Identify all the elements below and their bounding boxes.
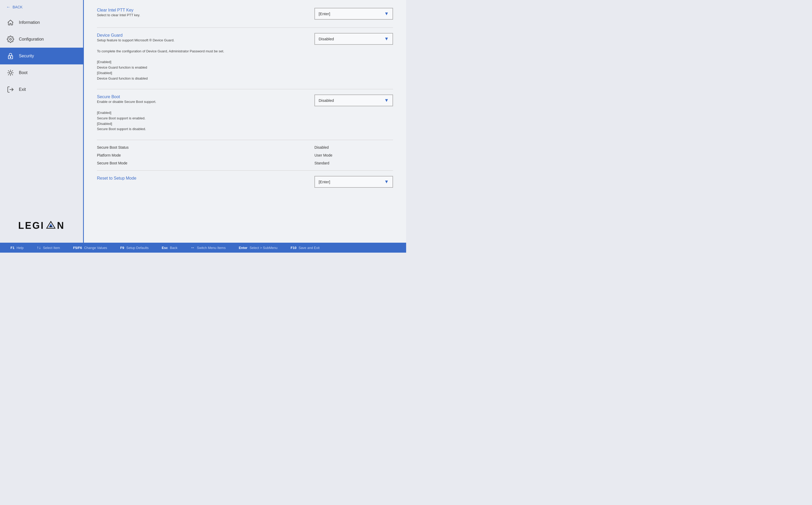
info-label: Platform Mode	[97, 153, 121, 157]
key-f5f6: F5/F6	[73, 246, 82, 250]
key-f9: F9	[120, 246, 124, 250]
sidebar-item-label: Security	[19, 54, 34, 58]
svg-line-11	[12, 70, 13, 71]
brand-logo: LEGI N	[18, 220, 65, 231]
content-area: Clear Intel PTT Key Select to clear Inte…	[84, 0, 406, 243]
dropdown-reset[interactable]: [Enter] ▼	[315, 176, 393, 188]
svg-line-10	[8, 74, 9, 75]
sidebar-item-information[interactable]: Information	[0, 14, 83, 31]
setting-header: Clear Intel PTT Key Select to clear Inte…	[97, 8, 393, 20]
svg-point-2	[10, 57, 11, 58]
key-f10-desc: Save and Exit	[299, 246, 319, 250]
key-f1: F1	[10, 246, 14, 250]
key-group-f5f6: F5/F6 Change Values	[73, 246, 107, 250]
dropdown-clear-intel-ptt[interactable]: [Enter] ▼	[315, 8, 393, 20]
security-icon	[6, 52, 15, 60]
dropdown-device-guard[interactable]: Disabled ▼	[315, 33, 393, 45]
desc-disabled-label: [Disabled]	[97, 71, 112, 75]
logo-text-part1: LEGI	[18, 220, 44, 231]
config-icon	[6, 35, 15, 43]
leftright-arrow-icon: ↔	[191, 245, 195, 250]
desc-disabled-text: Secure Boot support is disabled.	[97, 127, 146, 131]
logo-text-part2: N	[57, 220, 65, 231]
dropdown-value: [Enter]	[319, 11, 330, 16]
setting-device-guard: Device Guard Setup feature to support Mi…	[97, 33, 393, 81]
exit-icon	[6, 86, 15, 94]
dropdown-container-clear-intel-ptt: [Enter] ▼	[315, 8, 393, 20]
desc-main: Setup feature to support Microsoft ® Dev…	[97, 38, 175, 42]
desc-extra-1: To complete the configuration of Device …	[97, 49, 224, 53]
desc-enabled-label: [Enabled]	[97, 111, 111, 115]
desc-disabled-label: [Disabled]	[97, 122, 112, 126]
chevron-down-icon: ▼	[384, 179, 389, 185]
divider-1	[97, 27, 393, 28]
info-value: User Mode	[315, 153, 393, 157]
dropdown-value: Disabled	[319, 37, 334, 41]
setting-title-reset[interactable]: Reset to Setup Mode	[97, 176, 136, 181]
sidebar-item-label: Information	[19, 20, 40, 25]
sidebar: ← BACK Information	[0, 0, 84, 243]
back-arrow-icon: ←	[6, 5, 10, 9]
svg-line-7	[12, 74, 13, 75]
chevron-down-icon: ▼	[384, 98, 389, 103]
setting-header-secure-boot: Secure Boot Enable or disable Secure Boo…	[97, 95, 393, 132]
desc-enabled-text: Device Guard function is enabled	[97, 65, 147, 69]
sidebar-item-configuration[interactable]: Configuration	[0, 31, 83, 48]
back-label: BACK	[13, 5, 22, 9]
info-value: Disabled	[315, 145, 393, 150]
key-f9-desc: Setup Defaults	[126, 246, 148, 250]
key-select-item-desc: Select Item	[43, 246, 60, 250]
info-row-secure-boot-mode: Secure Boot Mode Standard	[97, 161, 393, 165]
setting-desc-text: Select to clear Intel PTT key.	[97, 13, 140, 17]
sidebar-item-boot[interactable]: Boot	[0, 64, 83, 81]
home-icon	[6, 18, 15, 27]
sidebar-item-label: Exit	[19, 87, 26, 92]
setting-reset-setup-mode: Reset to Setup Mode [Enter] ▼	[97, 176, 393, 188]
chevron-down-icon: ▼	[384, 36, 389, 42]
dropdown-container-reset: [Enter] ▼	[315, 176, 393, 188]
back-button[interactable]: ← BACK	[0, 0, 83, 14]
setting-title-secure-boot[interactable]: Secure Boot	[97, 95, 156, 99]
key-f5f6-desc: Change Values	[84, 246, 107, 250]
desc-disabled-text: Device Guard function is disabled	[97, 76, 148, 80]
key-f1-desc: Help	[16, 246, 24, 250]
key-group-esc: Esc Back	[162, 246, 178, 250]
logo-area: LEGI N	[0, 214, 83, 237]
key-group-switch: ↔ Switch Menu Items	[191, 245, 226, 250]
info-row-secure-boot-status: Secure Boot Status Disabled	[97, 145, 393, 150]
key-f10: F10	[291, 246, 296, 250]
setting-desc-secure-boot: Enable or disable Secure Boot support. […	[97, 99, 156, 132]
desc-enabled-label: [Enabled]	[97, 60, 111, 64]
svg-point-3	[9, 71, 11, 74]
dropdown-value: [Enter]	[319, 180, 330, 184]
info-value: Standard	[315, 161, 393, 165]
setting-desc-clear-intel-ptt: Select to clear Intel PTT key.	[97, 13, 140, 18]
svg-line-6	[8, 70, 9, 71]
desc-main: Enable or disable Secure Boot support.	[97, 100, 156, 104]
setting-title-clear-intel-ptt[interactable]: Clear Intel PTT Key	[97, 8, 140, 13]
sidebar-item-label: Boot	[19, 70, 27, 75]
setting-title-device-guard[interactable]: Device Guard	[97, 33, 224, 38]
setting-clear-intel-ptt: Clear Intel PTT Key Select to clear Inte…	[97, 8, 393, 20]
key-group-f9: F9 Setup Defaults	[120, 246, 148, 250]
key-group-enter: Enter Select > SubMenu	[239, 246, 277, 250]
key-group-select-item: ↑↓ Select Item	[37, 245, 60, 250]
dropdown-value: Disabled	[319, 98, 334, 103]
nav-menu: Information Configuration	[0, 14, 83, 214]
setting-secure-boot: Secure Boot Enable or disable Secure Boo…	[97, 95, 393, 132]
sidebar-item-exit[interactable]: Exit	[0, 81, 83, 98]
dropdown-container-device-guard: Disabled ▼	[315, 33, 393, 45]
setting-header-device-guard: Device Guard Setup feature to support Mi…	[97, 33, 393, 81]
setting-header-reset: Reset to Setup Mode [Enter] ▼	[97, 176, 393, 188]
key-group-f1: F1 Help	[10, 246, 24, 250]
sidebar-item-label: Configuration	[19, 37, 44, 42]
info-row-platform-mode: Platform Mode User Mode	[97, 153, 393, 157]
svg-point-0	[10, 38, 11, 40]
boot-icon	[6, 68, 15, 77]
key-enter: Enter	[239, 246, 247, 250]
sidebar-item-security[interactable]: Security	[0, 48, 83, 64]
legion-logo-icon	[45, 220, 56, 231]
desc-enabled-text: Secure Boot support is enabled.	[97, 116, 145, 120]
key-esc: Esc	[162, 246, 168, 250]
dropdown-secure-boot[interactable]: Disabled ▼	[315, 95, 393, 106]
